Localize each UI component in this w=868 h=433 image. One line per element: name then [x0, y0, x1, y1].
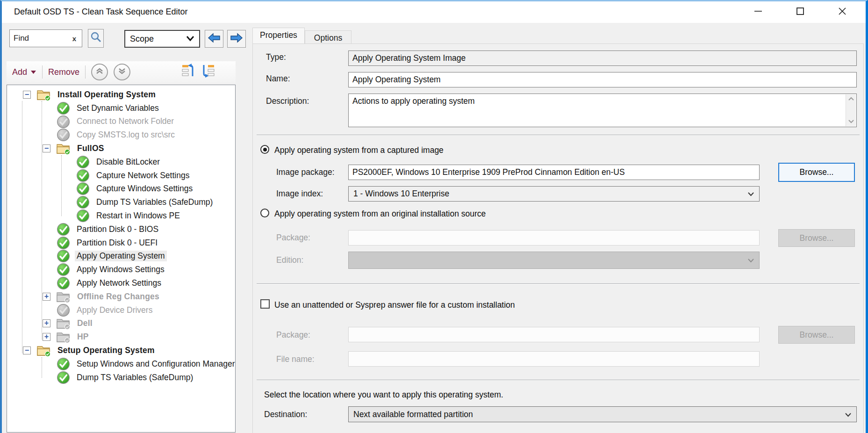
- tree-item[interactable]: − Install Operating System: [7, 88, 235, 101]
- tree-item[interactable]: Dump TS Variables (SafeDump): [7, 371, 235, 384]
- remove-button[interactable]: Remove: [48, 67, 79, 77]
- move-step-up-button[interactable]: [181, 63, 195, 81]
- scroll-down-icon[interactable]: [848, 118, 854, 125]
- tree-item[interactable]: Dump TS Variables (SafeDump): [7, 195, 235, 209]
- tree-item[interactable]: Partition Disk 0 - UEFI: [7, 236, 235, 250]
- tree-item[interactable]: − Setup Operating System: [7, 344, 235, 357]
- expand-all-button[interactable]: [114, 64, 130, 80]
- grey-check-icon: [57, 115, 70, 129]
- image-index-dropdown[interactable]: 1 - Windows 10 Enterprise: [348, 186, 760, 202]
- properties-pane: Type: Apply Operating System Image Name:…: [252, 43, 864, 433]
- tree-item[interactable]: Connect to Network Folder: [7, 115, 235, 129]
- original-source-radio[interactable]: [260, 209, 269, 217]
- green-check-icon: [76, 169, 90, 182]
- source-package-browse-button: Browse...: [778, 229, 855, 247]
- tab-properties[interactable]: Properties: [252, 28, 305, 43]
- green-check-icon: [57, 223, 70, 236]
- tree-item[interactable]: Setup Windows and Configuration Manager: [7, 357, 235, 371]
- tree-item[interactable]: Apply Device Drivers: [7, 303, 235, 317]
- description-value: Actions to apply operating system: [352, 96, 475, 106]
- tree-item-label: Partition Disk 0 - UEFI: [75, 238, 159, 248]
- green-check-icon: [57, 101, 70, 115]
- tree-item-label: Dell: [75, 318, 94, 329]
- tree-item[interactable]: Apply Operating System: [7, 250, 235, 263]
- scope-select[interactable]: Scope: [124, 30, 200, 48]
- collapse-all-button[interactable]: [91, 64, 108, 80]
- tree-item-label: Connect to Network Folder: [75, 116, 176, 127]
- tree-item-label: Offline Reg Changes: [75, 291, 161, 302]
- tree-item-label: Partition Disk 0 - BIOS: [75, 224, 160, 235]
- answer-file-checkbox[interactable]: [260, 299, 270, 309]
- add-button[interactable]: Add: [12, 67, 27, 77]
- section-separator: [257, 283, 860, 284]
- tree-item-label: Setup Operating System: [56, 345, 157, 356]
- tree-item-label: Restart in Windows PE: [94, 210, 182, 221]
- toolbar-separator: [85, 65, 86, 79]
- tree-item[interactable]: Partition Disk 0 - BIOS: [7, 223, 235, 236]
- destination-dropdown[interactable]: Next available formatted partition: [348, 406, 857, 422]
- move-step-down-button[interactable]: [201, 63, 215, 81]
- source-package-label: Package:: [276, 233, 310, 243]
- type-field: Apply Operating System Image: [348, 51, 857, 66]
- tree-item[interactable]: + HP: [7, 330, 235, 344]
- tree-item[interactable]: Apply Network Settings: [7, 276, 235, 290]
- expand-expander-icon[interactable]: +: [43, 293, 50, 301]
- find-clear-icon[interactable]: x: [71, 35, 78, 43]
- tree-item[interactable]: Capture Network Settings: [7, 169, 235, 182]
- scope-value: Scope: [130, 34, 186, 44]
- type-value: Apply Operating System Image: [352, 53, 466, 63]
- expand-expander-icon[interactable]: +: [43, 319, 50, 327]
- search-button[interactable]: [88, 29, 104, 48]
- collapse-expander-icon[interactable]: −: [43, 144, 50, 152]
- tree-item-label: Apply Operating System: [75, 251, 167, 261]
- maximize-button[interactable]: [785, 1, 815, 23]
- description-field[interactable]: Actions to apply operating system: [348, 94, 857, 127]
- tree-item[interactable]: Set Dynamic Variables: [7, 101, 235, 115]
- arrow-right-icon: [230, 33, 243, 45]
- window-title: Default OSD TS - Clean Task Sequence Edi…: [14, 7, 188, 17]
- description-scrollbar[interactable]: [846, 94, 856, 126]
- browse-button-label: Browse...: [800, 233, 834, 243]
- tree-item[interactable]: − FullOS: [7, 142, 235, 155]
- find-previous-button[interactable]: [205, 30, 223, 48]
- tree-item-label: Setup Windows and Configuration Manager: [75, 359, 236, 369]
- folder-check-icon: [36, 344, 51, 357]
- find-input[interactable]: Find x: [9, 29, 82, 47]
- tree-item-label: Disable BitLocker: [94, 157, 162, 167]
- captured-image-radio-label: Apply operating system from a captured i…: [274, 145, 444, 155]
- tree-item[interactable]: Copy SMSTS.log to src\src: [7, 128, 235, 142]
- tree-item[interactable]: Restart in Windows PE: [7, 209, 235, 223]
- answer-package-label: Package:: [276, 330, 310, 340]
- name-field[interactable]: Apply Operating System: [348, 72, 857, 87]
- magnifier-icon: [90, 31, 102, 46]
- folder-grey-icon: [56, 290, 71, 303]
- collapse-expander-icon[interactable]: −: [23, 346, 31, 354]
- tree-item[interactable]: Capture Windows Settings: [7, 182, 235, 196]
- tree-item[interactable]: + Dell: [7, 317, 235, 331]
- collapse-all-icon: [95, 67, 104, 78]
- tree-item[interactable]: Disable BitLocker: [7, 155, 235, 169]
- add-dropdown-chevron-icon[interactable]: [30, 67, 36, 77]
- green-check-icon: [76, 209, 90, 223]
- green-check-icon: [76, 155, 90, 169]
- type-label: Type:: [266, 52, 286, 62]
- image-index-value: 1 - Windows 10 Enterprise: [353, 189, 449, 199]
- browse-button-label: Browse...: [800, 330, 834, 340]
- green-check-icon: [57, 249, 70, 263]
- scroll-up-icon[interactable]: [848, 96, 854, 102]
- find-next-button[interactable]: [227, 30, 246, 48]
- captured-image-radio[interactable]: [260, 145, 269, 154]
- image-package-browse-button[interactable]: Browse...: [778, 163, 855, 182]
- grey-check-icon: [57, 128, 70, 142]
- tree-item-label: Dump TS Variables (SafeDump): [75, 372, 195, 383]
- close-button[interactable]: [827, 1, 857, 23]
- tab-options[interactable]: Options: [305, 30, 352, 43]
- minimize-button[interactable]: [743, 1, 773, 23]
- tree-item[interactable]: Apply Windows Settings: [7, 263, 235, 276]
- tree-item-label: Capture Network Settings: [94, 170, 191, 181]
- tree-item-label: Apply Network Settings: [75, 278, 163, 289]
- collapse-expander-icon[interactable]: −: [23, 91, 31, 99]
- image-package-field[interactable]: PS2000EF, Windows 10 Enterprise 1909 Pre…: [348, 165, 760, 180]
- expand-expander-icon[interactable]: +: [43, 333, 50, 341]
- tree-item[interactable]: + Offline Reg Changes: [7, 290, 235, 303]
